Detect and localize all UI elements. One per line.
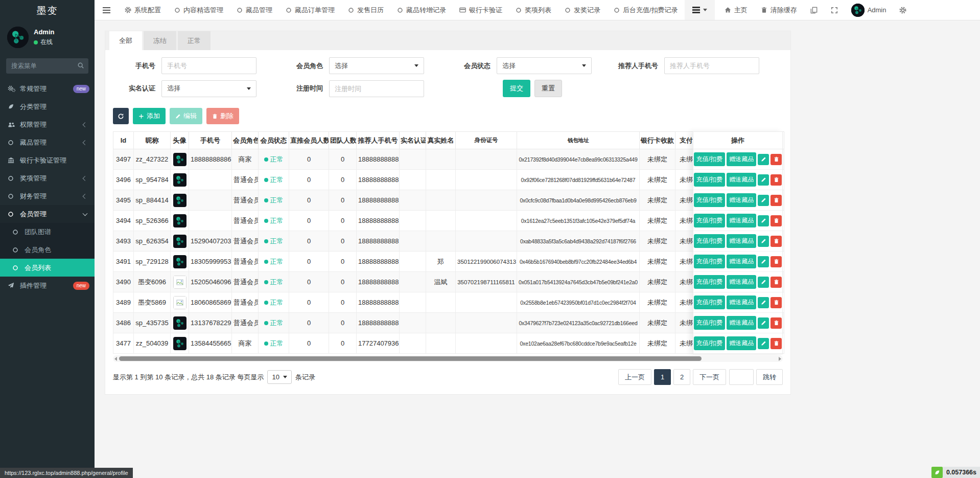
phone-filter-input[interactable] xyxy=(161,57,256,74)
scroll-right-arrow-icon[interactable] xyxy=(779,357,781,361)
edit-row-button[interactable] xyxy=(758,256,769,267)
gift-collection-button[interactable]: 赠送藏品 xyxy=(727,214,756,227)
gift-collection-button[interactable]: 赠送藏品 xyxy=(727,336,756,350)
table-row[interactable]: 3491sp_72912818305999953普通会员正常0018888888… xyxy=(113,252,784,272)
gift-collection-button[interactable]: 赠送藏品 xyxy=(727,234,756,248)
topnav-item-藏品管理[interactable]: 藏品管理 xyxy=(230,0,279,20)
page-size-select[interactable]: 10 xyxy=(267,370,291,384)
role-select[interactable]: 选择 xyxy=(329,57,424,74)
sidebar-item-藏品管理[interactable]: 藏品管理 xyxy=(0,133,95,151)
recharge-button[interactable]: 充值/扣费 xyxy=(694,336,725,350)
fullscreen-button[interactable] xyxy=(824,0,845,20)
status-select[interactable]: 选择 xyxy=(497,57,592,74)
table-row[interactable]: 3493sp_62635415290407203普通会员正常0018888888… xyxy=(113,231,784,252)
delete-row-button[interactable] xyxy=(771,154,782,165)
topnav-item-系统配置[interactable]: 系统配置 xyxy=(118,0,168,20)
recharge-button[interactable]: 充值/扣费 xyxy=(694,255,725,268)
delete-row-button[interactable] xyxy=(771,215,782,226)
sidebar-item-财务管理[interactable]: 财务管理 xyxy=(0,187,95,205)
sidebar-item-分类管理[interactable]: 分类管理 xyxy=(0,98,95,116)
refresh-page-button[interactable] xyxy=(804,0,824,20)
delete-row-button[interactable] xyxy=(771,236,782,247)
recharge-button[interactable]: 充值/扣费 xyxy=(694,173,725,187)
delete-row-button[interactable] xyxy=(771,338,782,349)
more-menus-dropdown[interactable] xyxy=(685,0,715,20)
table-row[interactable]: 3490墨变609615205046096普通会员正常0018888888888… xyxy=(113,272,784,292)
table-row[interactable]: 3494sp_526366普通会员正常00188888888880x1612ea… xyxy=(113,211,784,231)
table-row[interactable]: 3497zz_42732218888888886商家正常001888888888… xyxy=(113,149,784,170)
reset-button[interactable]: 重置 xyxy=(534,80,562,97)
gift-collection-button[interactable]: 赠送藏品 xyxy=(727,275,756,289)
recharge-button[interactable]: 充值/扣费 xyxy=(694,275,725,289)
gift-collection-button[interactable]: 赠送藏品 xyxy=(727,316,756,330)
scrollbar-thumb[interactable] xyxy=(119,356,702,361)
topnav-item-藏品转增记录[interactable]: 藏品转增记录 xyxy=(390,0,453,20)
delete-row-button[interactable] xyxy=(771,256,782,267)
sidebar-item-会员角色[interactable]: 会员角色 xyxy=(0,241,95,259)
next-page-button[interactable]: 下一页 xyxy=(693,369,726,385)
edit-row-button[interactable] xyxy=(758,174,769,186)
horizontal-scrollbar[interactable] xyxy=(113,355,783,362)
clear-cache-button[interactable]: 清除缓存 xyxy=(754,0,804,20)
edit-row-button[interactable] xyxy=(758,236,769,247)
recharge-button[interactable]: 充值/扣费 xyxy=(694,152,725,166)
delete-button[interactable]: 删除 xyxy=(206,108,239,124)
delete-row-button[interactable] xyxy=(771,195,782,206)
home-button[interactable]: 主页 xyxy=(718,0,754,20)
edit-row-button[interactable] xyxy=(758,154,769,165)
sidebar-item-权限管理[interactable]: 权限管理 xyxy=(0,116,95,133)
add-button[interactable]: 添加 xyxy=(133,108,166,124)
sidebar-toggle-button[interactable] xyxy=(95,0,118,20)
submit-button[interactable]: 提交 xyxy=(503,80,530,97)
topnav-item-内容精选管理[interactable]: 内容精选管理 xyxy=(168,0,230,20)
recharge-button[interactable]: 充值/扣费 xyxy=(694,193,725,207)
sidebar-item-奖项管理[interactable]: 奖项管理 xyxy=(0,169,95,187)
gift-collection-button[interactable]: 赠送藏品 xyxy=(727,295,756,309)
table-row[interactable]: 3489墨变586918060865869普通会员正常0018888888888… xyxy=(113,292,784,313)
edit-row-button[interactable] xyxy=(758,277,769,288)
edit-row-button[interactable] xyxy=(758,317,769,329)
sidebar-item-会员列表[interactable]: 会员列表 xyxy=(0,259,95,277)
sidebar-item-常规管理[interactable]: 常规管理new xyxy=(0,80,95,98)
jump-button[interactable]: 跳转 xyxy=(756,369,783,385)
topnav-item-后台充值/扣费记录[interactable]: 后台充值/扣费记录 xyxy=(607,0,685,20)
recharge-button[interactable]: 充值/扣费 xyxy=(694,316,725,330)
tab-frozen[interactable]: 冻结 xyxy=(144,31,176,50)
refresh-button[interactable] xyxy=(113,108,129,124)
settings-button[interactable] xyxy=(893,0,913,20)
edit-row-button[interactable] xyxy=(758,195,769,206)
delete-row-button[interactable] xyxy=(771,277,782,288)
topnav-item-银行卡验证[interactable]: 银行卡验证 xyxy=(453,0,509,20)
tab-normal[interactable]: 正常 xyxy=(178,31,211,50)
tab-all[interactable]: 全部 xyxy=(109,31,142,50)
render-time-badge[interactable]: 0.057366s xyxy=(931,467,980,478)
admin-user-menu[interactable]: Admin xyxy=(845,0,893,20)
sidebar-item-插件管理[interactable]: 插件管理new xyxy=(0,277,95,294)
edit-button[interactable]: 编辑 xyxy=(170,108,202,124)
menu-search-input[interactable] xyxy=(6,58,88,74)
recharge-button[interactable]: 充值/扣费 xyxy=(694,234,725,248)
gift-collection-button[interactable]: 赠送藏品 xyxy=(727,173,756,187)
sidebar-item-银行卡验证管理[interactable]: 银行卡验证管理 xyxy=(0,151,95,169)
page-1-button[interactable]: 1 xyxy=(654,369,671,385)
edit-row-button[interactable] xyxy=(758,215,769,226)
regtime-filter-input[interactable] xyxy=(329,80,424,97)
prev-page-button[interactable]: 上一页 xyxy=(618,369,651,385)
jump-page-input[interactable] xyxy=(729,369,754,385)
topnav-item-奖项列表[interactable]: 奖项列表 xyxy=(509,0,558,20)
topnav-item-发售日历[interactable]: 发售日历 xyxy=(341,0,390,20)
gift-collection-button[interactable]: 赠送藏品 xyxy=(727,255,756,268)
sidebar-item-团队图谱[interactable]: 团队图谱 xyxy=(0,223,95,241)
scroll-left-arrow-icon[interactable] xyxy=(114,357,117,361)
topnav-item-发奖记录[interactable]: 发奖记录 xyxy=(558,0,607,20)
sidebar-item-会员管理[interactable]: 会员管理 xyxy=(0,205,95,223)
page-2-button[interactable]: 2 xyxy=(673,369,690,385)
edit-row-button[interactable] xyxy=(758,297,769,308)
gift-collection-button[interactable]: 赠送藏品 xyxy=(727,152,756,166)
recharge-button[interactable]: 充值/扣费 xyxy=(694,214,725,227)
gift-collection-button[interactable]: 赠送藏品 xyxy=(727,193,756,207)
topnav-item-藏品订单管理[interactable]: 藏品订单管理 xyxy=(279,0,341,20)
referrer-filter-input[interactable] xyxy=(664,57,759,74)
delete-row-button[interactable] xyxy=(771,317,782,329)
table-row[interactable]: 3486sp_43573513137678229普通会员正常0018888888… xyxy=(113,313,784,333)
